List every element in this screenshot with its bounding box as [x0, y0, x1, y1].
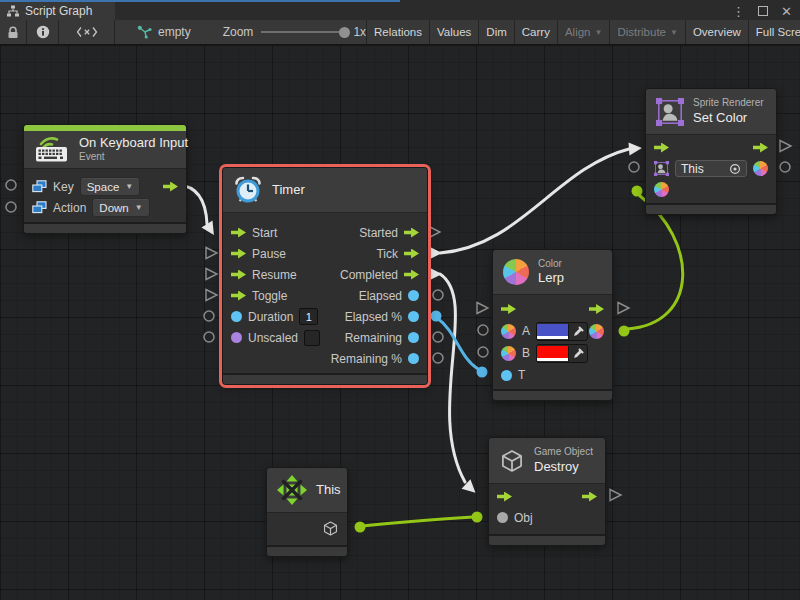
external-port[interactable]: [6, 202, 16, 212]
external-port[interactable]: [629, 162, 639, 172]
toolbar-button-carry[interactable]: Carry: [514, 20, 557, 44]
toolbar-button-values[interactable]: Values: [429, 20, 478, 44]
external-port[interactable]: [433, 353, 443, 363]
flow-port[interactable]: [589, 304, 604, 314]
flow-port[interactable]: [231, 270, 246, 280]
toolbar-button-relations[interactable]: Relations: [366, 20, 429, 44]
wire-endpoint[interactable]: [355, 522, 366, 533]
color-swatch[interactable]: [537, 346, 568, 361]
port-row: [646, 137, 776, 158]
code-preview-button[interactable]: [59, 20, 115, 44]
wire-endpoint[interactable]: [632, 186, 643, 197]
value-input[interactable]: 1: [299, 308, 318, 325]
node-footer: [223, 373, 427, 384]
checkbox[interactable]: [304, 330, 320, 346]
external-port[interactable]: [478, 347, 488, 357]
lock-button[interactable]: [0, 20, 27, 44]
wire-endpoint[interactable]: [477, 367, 488, 378]
node-this[interactable]: This: [266, 467, 348, 557]
color-wheel-icon[interactable]: [501, 346, 516, 361]
port-row: Remaining %: [223, 348, 427, 369]
port-label: Pause: [252, 247, 286, 261]
flow-port[interactable]: [163, 182, 178, 192]
value-port[interactable]: [231, 332, 242, 343]
value-port[interactable]: [497, 512, 508, 523]
flow-port[interactable]: [582, 492, 597, 502]
wire-endpoint[interactable]: [431, 311, 442, 322]
flow-port[interactable]: [654, 143, 669, 153]
port-label: Remaining: [345, 331, 402, 345]
target-icon[interactable]: [729, 163, 741, 175]
value-port[interactable]: [408, 353, 419, 364]
zoom-slider[interactable]: [261, 31, 347, 33]
wire-endpoint[interactable]: [619, 326, 630, 337]
color-swatch[interactable]: [537, 324, 568, 339]
node-subtitle: Event: [79, 151, 188, 164]
external-port[interactable]: [780, 162, 790, 172]
eyedropper-button[interactable]: [568, 346, 587, 361]
eyedropper-button[interactable]: [568, 324, 587, 339]
toolbar-button-full-screen[interactable]: Full Screen: [748, 20, 800, 44]
wire-endpoint[interactable]: [472, 512, 483, 523]
flow-port[interactable]: [753, 143, 768, 153]
enum-icon[interactable]: [32, 201, 47, 214]
flow-port[interactable]: [231, 291, 246, 301]
color-wheel-icon[interactable]: [654, 182, 669, 197]
value-port[interactable]: [231, 311, 242, 322]
graph-breadcrumb[interactable]: empty: [137, 25, 191, 39]
zoom-slider-handle[interactable]: [339, 27, 350, 38]
color-wheel-icon[interactable]: [501, 324, 516, 339]
menu-icon[interactable]: ⋮: [732, 5, 745, 18]
value-port[interactable]: [501, 370, 512, 381]
enum-dropdown[interactable]: Space▼: [80, 177, 141, 196]
toolbar-button-distribute[interactable]: Distribute▼: [609, 20, 685, 44]
external-port[interactable]: [433, 290, 443, 300]
enum-dropdown[interactable]: Down▼: [92, 198, 149, 217]
node-sprite-renderer-set-color[interactable]: Sprite RendererSet Color This: [645, 88, 777, 215]
color-wheel-icon[interactable]: [589, 324, 604, 339]
info-icon: [36, 25, 50, 39]
external-port[interactable]: [6, 180, 16, 190]
value-port[interactable]: [408, 332, 419, 343]
node-game-object-destroy[interactable]: Game ObjectDestroyObj: [488, 437, 606, 546]
graph-hierarchy-icon: [6, 5, 20, 17]
enum-icon[interactable]: [32, 180, 47, 193]
object-field[interactable]: This: [675, 160, 747, 177]
toolbar-button-overview[interactable]: Overview: [685, 20, 748, 44]
maximize-icon[interactable]: [758, 6, 768, 16]
flow-port[interactable]: [404, 228, 419, 238]
node-footer: [489, 534, 605, 545]
node-header: ColorLerp: [493, 250, 612, 295]
external-port[interactable]: [478, 325, 488, 335]
close-icon[interactable]: ✕: [781, 5, 792, 18]
external-port[interactable]: [204, 311, 214, 321]
sprite-renderer-icon[interactable]: [654, 161, 669, 176]
color-wheel-icon[interactable]: [753, 161, 768, 176]
flow-port[interactable]: [231, 249, 246, 259]
external-port[interactable]: [204, 332, 214, 342]
node-color-lerp[interactable]: ColorLerpA B T: [492, 249, 613, 401]
flow-port[interactable]: [497, 492, 512, 502]
flow-port[interactable]: [404, 249, 419, 259]
toolbar-button-dim[interactable]: Dim: [478, 20, 513, 44]
graph-ref-label: empty: [158, 25, 191, 39]
port-row: KeySpace▼: [24, 176, 186, 197]
color-swatch-field[interactable]: [536, 322, 588, 341]
code-icon: [76, 26, 98, 38]
color-swatch-field[interactable]: [536, 344, 588, 363]
node-title: Destroy: [534, 459, 593, 475]
chevron-down-icon: ▼: [594, 28, 602, 37]
flow-port[interactable]: [231, 228, 246, 238]
node-on-keyboard-input[interactable]: On Keyboard InputEvent KeySpace▼ ActionD…: [23, 124, 187, 234]
flow-port[interactable]: [501, 304, 516, 314]
cube-outline-icon[interactable]: [322, 520, 339, 537]
external-port[interactable]: [433, 332, 443, 342]
flow-port[interactable]: [404, 270, 419, 280]
node-timer[interactable]: TimerStartStartedPauseTickResumeComplete…: [222, 167, 428, 385]
value-port[interactable]: [408, 290, 419, 301]
value-port[interactable]: [408, 311, 419, 322]
info-button[interactable]: [27, 20, 59, 44]
port-label: Toggle: [252, 289, 287, 303]
toolbar-button-align[interactable]: Align▼: [557, 20, 610, 44]
tab-script-graph[interactable]: Script Graph: [0, 2, 115, 20]
